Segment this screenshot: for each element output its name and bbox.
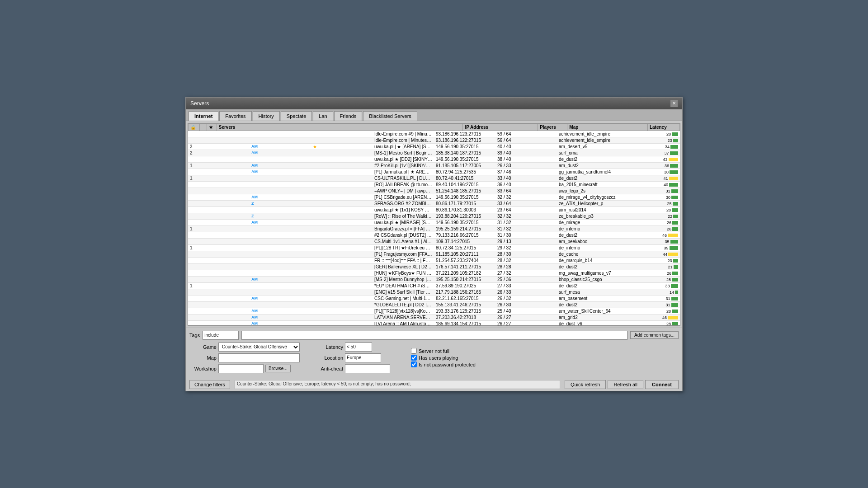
location-input[interactable] bbox=[345, 353, 381, 362]
table-row[interactable]: Idle-Empire.com | Minutes4Skins | NOSKIL… bbox=[188, 137, 680, 143]
server-list-area: 🔒 ★ Servers IP Address Players Map Laten… bbox=[188, 123, 680, 326]
anticheat-filter-group: Anti-cheat bbox=[316, 364, 390, 373]
bottom-bar: Change filters Counter-Strike: Global Of… bbox=[186, 378, 682, 391]
status-text: Counter-Strike: Global Offensive; Europe… bbox=[235, 380, 560, 389]
header-ip[interactable]: IP Address bbox=[463, 123, 538, 131]
anticheat-label: Anti-cheat bbox=[316, 366, 343, 371]
latency-input[interactable] bbox=[345, 343, 372, 352]
latency-filter-group: Latency bbox=[316, 343, 390, 352]
header-servers[interactable]: Servers bbox=[217, 123, 463, 131]
main-window: Servers ✕ Internet Favorites History Spe… bbox=[185, 97, 683, 391]
game-filter-group: Game Counter-Strike: Global Offensive bbox=[189, 343, 300, 352]
tab-internet[interactable]: Internet bbox=[189, 111, 218, 121]
header-lock[interactable]: 🔒 bbox=[189, 123, 200, 131]
game-select[interactable]: Counter-Strike: Global Offensive bbox=[218, 343, 300, 352]
no-password-checkbox[interactable] bbox=[411, 361, 417, 367]
window-title: Servers bbox=[190, 100, 209, 107]
workshop-filter-group: Workshop Browse... bbox=[189, 364, 300, 373]
table-row[interactable]: uwu.ka.pl ★ [DD2] [SKINY/KOSY] |puk.awk.… bbox=[188, 156, 680, 162]
table-row[interactable]: [GER] Ballerwiese XL | D2-Only | 160003 … bbox=[188, 263, 680, 270]
map-label: Map bbox=[189, 355, 217, 361]
table-row[interactable]: uwu.ka.pl ★ [1v1] KOSY WS | KOSY WS | Ti… bbox=[188, 206, 680, 213]
browse-button[interactable]: Browse... bbox=[265, 365, 291, 372]
checkboxes-area: Server not full Has users playing Is not… bbox=[411, 348, 476, 367]
table-row[interactable]: AMLATVIAN ARENA SERVER - BURST.LV37.203.… bbox=[188, 314, 680, 320]
tab-history[interactable]: History bbox=[253, 111, 280, 121]
table-row[interactable]: [HUN] ★KFlyBoys★ FUN MultiGaming @LuxHos… bbox=[188, 270, 680, 276]
table-row[interactable]: 2AM[MS-1] Mestro Surf | Beginner - Learn… bbox=[188, 150, 680, 156]
server-scroll-area[interactable]: Idle-Empire.com #9 | Minutes4Skins | NOS… bbox=[188, 131, 680, 325]
table-row[interactable]: AM[LV] Arena :: AM | Alm.istore[lw][knif… bbox=[188, 320, 680, 325]
tab-favorites[interactable]: Favorites bbox=[219, 111, 251, 121]
tab-spectate[interactable]: Spectate bbox=[281, 111, 312, 121]
table-row[interactable]: 1CS-ULTRASKILL.PL | DUST2 ★ SKINY/KOSY ★… bbox=[188, 175, 680, 181]
table-row[interactable]: Z[RoW] :: Rise of The Walking Dead :: Zo… bbox=[188, 213, 680, 219]
table-row[interactable]: AMCSC-Gaming.net | Multi-1v1 Arena #2 [1… bbox=[188, 295, 680, 301]
filters-area: Tags Add common tags... Game Counter-Str… bbox=[186, 328, 682, 378]
tab-friends[interactable]: Friends bbox=[334, 111, 363, 121]
tab-bar: Internet Favorites History Spectate Lan … bbox=[186, 109, 682, 121]
anticheat-input[interactable] bbox=[345, 364, 390, 373]
quick-refresh-button[interactable]: Quick refresh bbox=[565, 380, 606, 389]
header-latency[interactable]: Latency bbox=[647, 123, 679, 131]
tags-field[interactable] bbox=[241, 331, 627, 340]
table-row[interactable]: CS.Multi-1v1.Arena #1 | All | 128 Tick|1… bbox=[188, 238, 680, 244]
table-row[interactable]: =AWP ONLY= | DM | awp_lego_2 | istore ~ … bbox=[188, 188, 680, 194]
map-filter-group: Map bbox=[189, 353, 300, 362]
tags-include-input[interactable] bbox=[203, 331, 239, 340]
workshop-input[interactable] bbox=[218, 364, 264, 373]
location-filter-group: Location bbox=[316, 353, 390, 362]
tags-label: Tags bbox=[189, 333, 200, 338]
table-row[interactable]: FR :: ==[4od]== FFA :: | Fun :: | GameMe… bbox=[188, 257, 680, 263]
refresh-all-button[interactable]: Refresh all bbox=[608, 380, 643, 389]
workshop-label: Workshop bbox=[189, 366, 217, 371]
table-row[interactable]: 1AM#2.ProKill.pl [1v1][SKINY/KOSY] @ProK… bbox=[188, 162, 680, 169]
table-row[interactable]: #2 CSGdansk.pl [DUST2] [NOWE SKINY/KOSY]… bbox=[188, 232, 680, 238]
connect-button[interactable]: Connect bbox=[645, 380, 679, 389]
server-table: 🔒 ★ Servers IP Address Players Map Laten… bbox=[188, 123, 680, 131]
server-table-body: Idle-Empire.com #9 | Minutes4Skins | NOS… bbox=[188, 131, 680, 325]
has-users-label: Has users playing bbox=[419, 355, 458, 361]
location-label: Location bbox=[316, 355, 343, 361]
header-players[interactable]: Players bbox=[538, 123, 567, 131]
table-row[interactable]: [RO] JAILBREAK @ tb.movid.ro # www.jail-… bbox=[188, 181, 680, 188]
table-row[interactable]: [PL] Fragujesmy.com [FFA] | SKINY / KOSY… bbox=[188, 251, 680, 257]
not-full-checkbox[interactable] bbox=[411, 348, 417, 354]
tab-blacklisted[interactable]: Blacklisted Servers bbox=[363, 111, 417, 121]
table-row[interactable]: AMuwu.ka.pl ★ [MIRAGE] [SKINY/KOSY] |puk… bbox=[188, 219, 680, 225]
table-row[interactable]: *GLOBALELITE.pl | DD2 | 128TICK, 0 VAR] … bbox=[188, 301, 680, 308]
table-row[interactable]: AM[MS-2] Mestro Bunnyhop | Beginner | Ra… bbox=[188, 276, 680, 282]
tab-lan[interactable]: Lan bbox=[313, 111, 333, 121]
not-full-label: Server not full bbox=[419, 348, 449, 354]
checkbox-not-full: Server not full bbox=[411, 348, 476, 354]
checkbox-has-users: Has users playing bbox=[411, 355, 476, 361]
table-row[interactable]: 1*EU* DEATHMATCH # iSTORE IWS KNIFE iVIP… bbox=[188, 282, 680, 289]
table-row[interactable]: [ENG] #15 Surf Skill [Tier 1-2] [100 Tic… bbox=[188, 289, 680, 295]
table-row[interactable]: Idle-Empire.com #9 | Minutes4Skins | NOS… bbox=[188, 131, 680, 137]
table-row[interactable]: ZSFRAGS.ORG #2 ZOMBIE ESCAPE | IWS KNIFE… bbox=[188, 200, 680, 206]
no-password-label: Is not password protected bbox=[419, 362, 476, 367]
tags-row: Tags Add common tags... bbox=[189, 331, 679, 340]
title-bar: Servers ✕ bbox=[186, 98, 682, 109]
table-row[interactable]: 1BrigadaGraczy.pl » [FFA] » √ SKINY √ 12… bbox=[188, 225, 680, 232]
table-row[interactable]: AM[PL] CSBrigade.eu [ARENA|1v1][128TR] G… bbox=[188, 194, 680, 200]
change-filters-button[interactable]: Change filters bbox=[189, 380, 230, 389]
close-button[interactable]: ✕ bbox=[670, 100, 678, 107]
table-row[interactable]: 1[PL][128 TR] ★FiUrek.eu » FFA» ★ | [NOW… bbox=[188, 244, 680, 251]
game-label: Game bbox=[189, 344, 217, 350]
latency-label: Latency bbox=[316, 344, 343, 350]
header-map[interactable]: Map bbox=[567, 123, 648, 131]
checkbox-no-password: Is not password protected bbox=[411, 361, 476, 367]
table-row[interactable]: AM[PL][TR128][vtx128]vs[Kosy]SkillCenter… bbox=[188, 308, 680, 314]
header-boost[interactable] bbox=[199, 123, 207, 131]
has-users-checkbox[interactable] bbox=[411, 355, 417, 361]
header-fav[interactable]: ★ bbox=[207, 123, 217, 131]
map-input[interactable] bbox=[218, 353, 300, 362]
add-tags-button[interactable]: Add common tags... bbox=[630, 331, 679, 339]
table-row[interactable]: AM[PL] Jarmutka.pl | ★ ARENA -> 1v1 ★ Ga… bbox=[188, 169, 680, 175]
table-row[interactable]: 2AM★uwu.ka.pl | ★ [ARENA] [SKINY/KOSY] |… bbox=[188, 143, 680, 150]
right-buttons: Quick refresh Refresh all Connect bbox=[565, 380, 679, 389]
filter-controls-row: Game Counter-Strike: Global Offensive Ma… bbox=[189, 343, 679, 373]
